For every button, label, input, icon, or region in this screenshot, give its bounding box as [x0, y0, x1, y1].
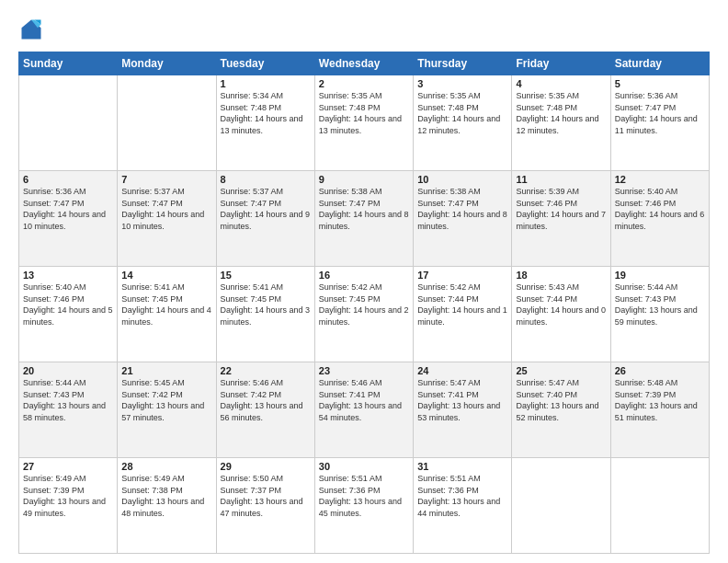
day-cell: 8Sunrise: 5:37 AM Sunset: 7:47 PM Daylig…: [216, 171, 314, 267]
day-number: 11: [516, 174, 606, 185]
day-cell: 12Sunrise: 5:40 AM Sunset: 7:46 PM Dayli…: [610, 171, 709, 267]
day-number: 22: [221, 365, 311, 376]
day-info: Sunrise: 5:45 AM Sunset: 7:42 PM Dayligh…: [121, 377, 211, 423]
day-cell: 14Sunrise: 5:41 AM Sunset: 7:45 PM Dayli…: [118, 267, 216, 362]
day-info: Sunrise: 5:39 AM Sunset: 7:46 PM Dayligh…: [516, 186, 606, 232]
day-number: 20: [23, 365, 113, 376]
day-info: Sunrise: 5:46 AM Sunset: 7:41 PM Dayligh…: [319, 377, 409, 423]
header-cell-monday: Monday: [118, 52, 216, 75]
day-number: 12: [615, 174, 705, 185]
day-info: Sunrise: 5:49 AM Sunset: 7:38 PM Dayligh…: [121, 473, 211, 519]
day-cell: 4Sunrise: 5:35 AM Sunset: 7:48 PM Daylig…: [512, 75, 610, 171]
day-cell: 24Sunrise: 5:47 AM Sunset: 7:41 PM Dayli…: [414, 362, 512, 458]
day-cell: 21Sunrise: 5:45 AM Sunset: 7:42 PM Dayli…: [118, 362, 216, 458]
week-row-0: 1Sunrise: 5:34 AM Sunset: 7:48 PM Daylig…: [19, 75, 710, 171]
day-number: 8: [221, 174, 311, 185]
day-info: Sunrise: 5:42 AM Sunset: 7:45 PM Dayligh…: [319, 282, 409, 327]
week-row-4: 27Sunrise: 5:49 AM Sunset: 7:39 PM Dayli…: [19, 458, 710, 554]
header-cell-friday: Friday: [512, 52, 610, 75]
day-cell: 27Sunrise: 5:49 AM Sunset: 7:39 PM Dayli…: [19, 458, 118, 554]
day-info: Sunrise: 5:35 AM Sunset: 7:48 PM Dayligh…: [417, 90, 507, 136]
day-info: Sunrise: 5:51 AM Sunset: 7:36 PM Dayligh…: [417, 473, 507, 519]
day-info: Sunrise: 5:49 AM Sunset: 7:39 PM Dayligh…: [23, 473, 113, 519]
day-cell: 6Sunrise: 5:36 AM Sunset: 7:47 PM Daylig…: [19, 171, 118, 267]
day-cell: 15Sunrise: 5:41 AM Sunset: 7:45 PM Dayli…: [216, 267, 314, 362]
day-cell: 18Sunrise: 5:43 AM Sunset: 7:44 PM Dayli…: [512, 267, 610, 362]
day-info: Sunrise: 5:46 AM Sunset: 7:42 PM Dayligh…: [221, 377, 311, 423]
day-cell: 29Sunrise: 5:50 AM Sunset: 7:37 PM Dayli…: [216, 458, 314, 554]
day-number: 3: [417, 78, 507, 89]
day-info: Sunrise: 5:38 AM Sunset: 7:47 PM Dayligh…: [417, 186, 507, 232]
logo: [18, 17, 48, 42]
day-cell: 26Sunrise: 5:48 AM Sunset: 7:39 PM Dayli…: [610, 362, 709, 458]
day-info: Sunrise: 5:35 AM Sunset: 7:48 PM Dayligh…: [319, 90, 409, 136]
header-cell-saturday: Saturday: [610, 52, 709, 75]
day-cell: [512, 458, 610, 554]
day-cell: [610, 458, 709, 554]
day-cell: 2Sunrise: 5:35 AM Sunset: 7:48 PM Daylig…: [314, 75, 413, 171]
day-number: 21: [121, 365, 211, 376]
day-info: Sunrise: 5:38 AM Sunset: 7:47 PM Dayligh…: [319, 186, 409, 232]
day-cell: 7Sunrise: 5:37 AM Sunset: 7:47 PM Daylig…: [118, 171, 216, 267]
day-cell: 19Sunrise: 5:44 AM Sunset: 7:43 PM Dayli…: [610, 267, 709, 362]
day-number: 17: [417, 270, 507, 281]
week-row-3: 20Sunrise: 5:44 AM Sunset: 7:43 PM Dayli…: [19, 362, 710, 458]
day-info: Sunrise: 5:35 AM Sunset: 7:48 PM Dayligh…: [516, 90, 606, 136]
day-cell: 31Sunrise: 5:51 AM Sunset: 7:36 PM Dayli…: [414, 458, 512, 554]
header-cell-tuesday: Tuesday: [216, 52, 314, 75]
day-cell: 5Sunrise: 5:36 AM Sunset: 7:47 PM Daylig…: [610, 75, 709, 171]
day-number: 9: [319, 174, 409, 185]
day-number: 28: [121, 461, 211, 472]
day-cell: 17Sunrise: 5:42 AM Sunset: 7:44 PM Dayli…: [414, 267, 512, 362]
logo-icon: [18, 17, 44, 42]
day-number: 30: [319, 461, 409, 472]
day-cell: 9Sunrise: 5:38 AM Sunset: 7:47 PM Daylig…: [314, 171, 413, 267]
day-info: Sunrise: 5:37 AM Sunset: 7:47 PM Dayligh…: [221, 186, 311, 232]
header-cell-thursday: Thursday: [414, 52, 512, 75]
day-number: 19: [615, 270, 705, 281]
week-row-1: 6Sunrise: 5:36 AM Sunset: 7:47 PM Daylig…: [19, 171, 710, 267]
day-cell: 13Sunrise: 5:40 AM Sunset: 7:46 PM Dayli…: [19, 267, 118, 362]
day-number: 24: [417, 365, 507, 376]
day-number: 29: [221, 461, 311, 472]
day-number: 15: [221, 270, 311, 281]
day-number: 4: [516, 78, 606, 89]
day-info: Sunrise: 5:44 AM Sunset: 7:43 PM Dayligh…: [23, 377, 113, 423]
day-info: Sunrise: 5:47 AM Sunset: 7:40 PM Dayligh…: [516, 377, 606, 423]
day-number: 31: [417, 461, 507, 472]
day-info: Sunrise: 5:36 AM Sunset: 7:47 PM Dayligh…: [23, 186, 113, 232]
day-info: Sunrise: 5:51 AM Sunset: 7:36 PM Dayligh…: [319, 473, 409, 519]
day-number: 6: [23, 174, 113, 185]
day-cell: 16Sunrise: 5:42 AM Sunset: 7:45 PM Dayli…: [314, 267, 413, 362]
day-info: Sunrise: 5:44 AM Sunset: 7:43 PM Dayligh…: [615, 282, 705, 327]
page: SundayMondayTuesdayWednesdayThursdayFrid…: [0, 0, 728, 563]
day-cell: 23Sunrise: 5:46 AM Sunset: 7:41 PM Dayli…: [314, 362, 413, 458]
header-row: SundayMondayTuesdayWednesdayThursdayFrid…: [19, 52, 710, 75]
day-info: Sunrise: 5:36 AM Sunset: 7:47 PM Dayligh…: [615, 90, 705, 136]
day-info: Sunrise: 5:40 AM Sunset: 7:46 PM Dayligh…: [23, 282, 113, 327]
calendar-table: SundayMondayTuesdayWednesdayThursdayFrid…: [18, 52, 710, 554]
day-cell: 1Sunrise: 5:34 AM Sunset: 7:48 PM Daylig…: [216, 75, 314, 171]
day-number: 18: [516, 270, 606, 281]
day-info: Sunrise: 5:41 AM Sunset: 7:45 PM Dayligh…: [221, 282, 311, 327]
day-info: Sunrise: 5:42 AM Sunset: 7:44 PM Dayligh…: [417, 282, 507, 327]
day-info: Sunrise: 5:34 AM Sunset: 7:48 PM Dayligh…: [221, 90, 311, 136]
day-number: 26: [615, 365, 705, 376]
day-cell: 3Sunrise: 5:35 AM Sunset: 7:48 PM Daylig…: [414, 75, 512, 171]
day-number: 25: [516, 365, 606, 376]
day-cell: 25Sunrise: 5:47 AM Sunset: 7:40 PM Dayli…: [512, 362, 610, 458]
day-number: 27: [23, 461, 113, 472]
day-cell: 11Sunrise: 5:39 AM Sunset: 7:46 PM Dayli…: [512, 171, 610, 267]
day-cell: 20Sunrise: 5:44 AM Sunset: 7:43 PM Dayli…: [19, 362, 118, 458]
day-cell: [118, 75, 216, 171]
header: [18, 17, 710, 42]
day-number: 1: [221, 78, 311, 89]
day-number: 16: [319, 270, 409, 281]
day-info: Sunrise: 5:48 AM Sunset: 7:39 PM Dayligh…: [615, 377, 705, 423]
week-row-2: 13Sunrise: 5:40 AM Sunset: 7:46 PM Dayli…: [19, 267, 710, 362]
day-info: Sunrise: 5:41 AM Sunset: 7:45 PM Dayligh…: [121, 282, 211, 327]
header-cell-wednesday: Wednesday: [314, 52, 413, 75]
day-cell: 30Sunrise: 5:51 AM Sunset: 7:36 PM Dayli…: [314, 458, 413, 554]
day-info: Sunrise: 5:37 AM Sunset: 7:47 PM Dayligh…: [121, 186, 211, 232]
day-info: Sunrise: 5:40 AM Sunset: 7:46 PM Dayligh…: [615, 186, 705, 232]
